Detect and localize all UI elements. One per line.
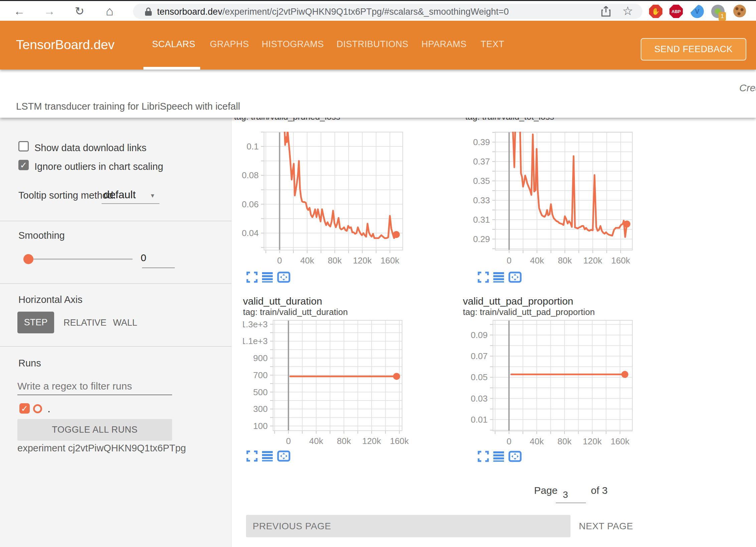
fullscreen-icon[interactable]: [246, 450, 258, 463]
chart-title: valid_utt_pad_proportion: [463, 296, 640, 307]
svg-text:300: 300: [253, 404, 268, 414]
abp-label: ABP: [671, 9, 680, 14]
smoothing-label: Smoothing: [18, 230, 65, 241]
tooltip-sorting-label: Tooltip sorting method:: [18, 190, 116, 201]
v-label: V: [695, 8, 699, 15]
smoothing-slider-thumb[interactable]: [23, 254, 33, 264]
chart-card-valid-utt-pad-proportion: valid_utt_pad_proportion tag: train/vali…: [463, 296, 640, 446]
svg-text:120k: 120k: [583, 436, 602, 446]
smoothing-slider-track[interactable]: [28, 258, 133, 260]
fit-domain-icon[interactable]: [277, 450, 290, 463]
runs-regex-underline: [17, 395, 172, 395]
active-tab-underline: [143, 67, 200, 70]
run-name: .: [47, 403, 50, 415]
svg-text:0.37: 0.37: [473, 156, 490, 167]
tab-histograms[interactable]: HISTOGRAMS: [262, 39, 324, 49]
fit-domain-icon[interactable]: [277, 271, 290, 284]
tab-hparams[interactable]: HPARAMS: [421, 39, 467, 49]
extension-hand-icon[interactable]: ✋: [649, 5, 662, 18]
show-download-label: Show data download links: [34, 142, 146, 153]
extension-v-icon[interactable]: V: [690, 5, 704, 18]
bookmark-star-icon[interactable]: ☆: [622, 4, 633, 18]
home-icon[interactable]: ⌂: [102, 4, 117, 18]
section-divider: [0, 221, 232, 221]
tab-distributions[interactable]: DISTRIBUTIONS: [337, 39, 408, 49]
scalar-chart[interactable]: 0.10.080.060.04040k80k120k160k: [234, 132, 411, 265]
haxis-step-button[interactable]: STEP: [17, 312, 54, 333]
svg-text:0.05: 0.05: [471, 372, 488, 382]
toggle-all-runs-button[interactable]: TOGGLE ALL RUNS: [17, 419, 172, 441]
svg-text:0.03: 0.03: [471, 394, 488, 404]
flatten-y-axis-icon[interactable]: [493, 271, 505, 284]
extension-abp-icon[interactable]: ABP: [669, 5, 683, 18]
share-icon[interactable]: [601, 6, 611, 18]
url-bar[interactable]: tensorboard.dev/experiment/cj2vtPiwQHKN9…: [133, 4, 642, 19]
svg-text:700: 700: [253, 370, 268, 380]
svg-text:80k: 80k: [328, 255, 342, 265]
chart-toolbar: [478, 451, 522, 463]
lock-icon: [144, 7, 152, 17]
section-divider: [0, 283, 232, 284]
fit-domain-icon[interactable]: [508, 451, 522, 463]
haxis-relative-button[interactable]: RELATIVE: [64, 318, 107, 328]
page-number-input[interactable]: 3: [563, 489, 568, 500]
fullscreen-icon[interactable]: [246, 271, 258, 284]
svg-text:160k: 160k: [380, 255, 399, 265]
ignore-outliers-checkbox[interactable]: ✓: [18, 160, 29, 170]
show-download-checkbox[interactable]: [18, 141, 29, 151]
tooltip-sorting-select[interactable]: default: [104, 189, 136, 201]
chart-card-valid-pruned-loss: valid_pruned_loss tag: train/valid_prune…: [234, 100, 411, 265]
svg-text:40k: 40k: [530, 255, 544, 265]
svg-text:0.1: 0.1: [247, 141, 259, 151]
runs-label: Runs: [18, 358, 41, 369]
section-divider: [0, 346, 232, 347]
smoothing-value[interactable]: 0: [141, 252, 146, 263]
reload-icon[interactable]: ↻: [72, 4, 87, 18]
scalar-chart[interactable]: 0.390.370.350.330.310.29040k80k120k160k: [465, 132, 640, 265]
svg-text:0.29: 0.29: [473, 234, 490, 244]
chart-card-valid-utt-duration: valid_utt_duration tag: train/valid_utt_…: [243, 296, 410, 446]
flatten-y-axis-icon[interactable]: [493, 451, 505, 463]
tensorboard-page: ← → ↻ ⌂ tensorboard.dev/experiment/cj2vt…: [0, 0, 756, 547]
update-badge: 1: [719, 12, 726, 21]
svg-text:100: 100: [253, 421, 268, 431]
forward-icon[interactable]: →: [42, 4, 57, 18]
send-feedback-button[interactable]: SEND FEEDBACK: [641, 38, 746, 61]
fullscreen-icon[interactable]: [478, 451, 489, 463]
run-checkbox[interactable]: ✓: [19, 403, 30, 414]
svg-text:0: 0: [286, 436, 291, 446]
flatten-y-axis-icon[interactable]: [261, 271, 273, 284]
svg-text:160k: 160k: [611, 255, 630, 265]
chart-card-valid-tot-loss: valid_tot_loss tag: train/valid_tot_loss…: [465, 100, 640, 265]
svg-text:1.1e+3: 1.1e+3: [243, 336, 268, 346]
fit-domain-icon[interactable]: [508, 271, 522, 284]
svg-text:0: 0: [507, 436, 511, 446]
tab-scalars[interactable]: SCALARS: [152, 39, 196, 49]
hand-glyph: ✋: [652, 7, 660, 15]
svg-text:0.31: 0.31: [473, 215, 490, 225]
chevron-down-icon[interactable]: ▼: [150, 193, 155, 199]
svg-text:0.33: 0.33: [473, 195, 490, 205]
runs-regex-input[interactable]: Write a regex to filter runs: [17, 380, 132, 392]
svg-text:0.04: 0.04: [242, 228, 259, 238]
experiment-title: LSTM transducer training for LibriSpeech…: [16, 101, 240, 112]
created-text-partial: Crea: [739, 82, 756, 94]
haxis-wall-button[interactable]: WALL: [113, 318, 137, 328]
extension-update-icon[interactable]: 1: [711, 5, 725, 18]
svg-text:900: 900: [253, 353, 268, 363]
svg-text:0.39: 0.39: [473, 137, 490, 147]
previous-page-button[interactable]: PREVIOUS PAGE: [246, 515, 571, 537]
next-page-button[interactable]: NEXT PAGE: [579, 521, 633, 532]
tab-graphs[interactable]: GRAPHS: [210, 39, 249, 49]
scalar-chart[interactable]: 0.090.070.050.030.01040k80k120k160k: [463, 320, 640, 446]
fullscreen-icon[interactable]: [478, 271, 489, 284]
scalar-chart[interactable]: 1.3e+31.1e+3900700500300100040k80k120k16…: [243, 320, 410, 446]
back-icon[interactable]: ←: [12, 4, 27, 18]
svg-text:80k: 80k: [558, 255, 572, 265]
extension-cookie-icon[interactable]: [733, 5, 747, 18]
chart-toolbar: [478, 271, 522, 284]
chart-toolbar: [246, 271, 290, 284]
svg-text:80k: 80k: [337, 436, 351, 446]
tab-text[interactable]: TEXT: [481, 39, 504, 49]
flatten-y-axis-icon[interactable]: [261, 450, 273, 463]
